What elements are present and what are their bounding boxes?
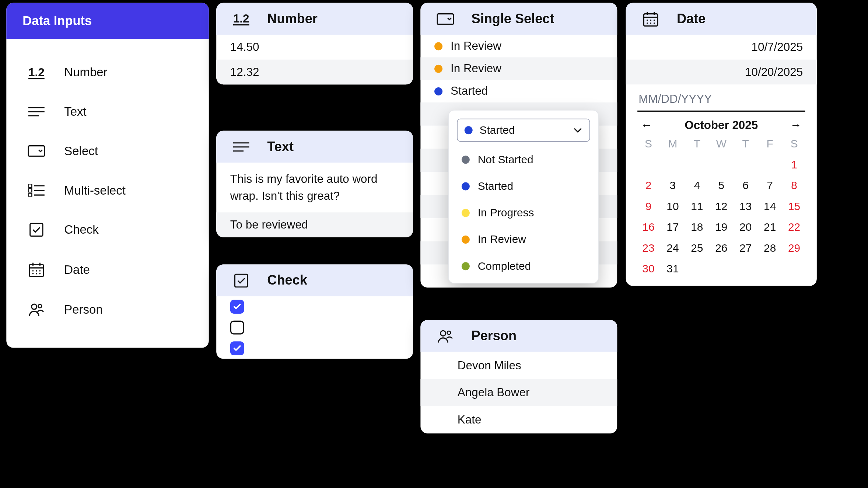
svg-point-20 <box>39 273 41 275</box>
date-row[interactable]: 10/20/2025 <box>626 60 817 85</box>
person-row[interactable]: Kate <box>420 406 617 433</box>
dropdown-option[interactable]: Started <box>449 173 598 199</box>
person-panel-title: Person <box>472 328 517 344</box>
calendar-day[interactable]: 2 <box>636 179 661 192</box>
checkbox[interactable] <box>230 341 244 355</box>
date-input[interactable]: MM/DD/YYYY <box>637 90 805 112</box>
text-icon <box>27 107 46 117</box>
status-dot <box>462 209 470 217</box>
calendar-day[interactable]: 5 <box>709 179 734 192</box>
calendar-day[interactable]: 22 <box>782 221 806 234</box>
calendar-dow: F <box>758 138 782 151</box>
calendar-day[interactable]: 28 <box>758 242 782 255</box>
calendar-empty <box>685 158 709 171</box>
calendar-dow: T <box>685 138 709 151</box>
select-panel-header: Single Select <box>420 3 617 35</box>
check-panel-header: Check <box>216 264 413 296</box>
calendar-day[interactable]: 29 <box>782 242 806 255</box>
person-row[interactable]: Angela Bower <box>420 379 617 406</box>
select-panel-title: Single Select <box>472 11 554 27</box>
svg-point-22 <box>38 304 42 308</box>
calendar-day[interactable]: 13 <box>734 200 758 213</box>
calendar-day[interactable]: 11 <box>685 200 709 213</box>
dropdown-option[interactable]: Completed <box>449 253 598 279</box>
calendar-nav: ← October 2025 → <box>626 114 817 137</box>
date-row[interactable]: 10/7/2025 <box>626 35 817 60</box>
text-row[interactable]: To be reviewed <box>216 212 413 237</box>
calendar-day[interactable]: 15 <box>782 200 806 213</box>
calendar-day[interactable]: 12 <box>709 200 734 213</box>
dropdown-option[interactable]: In Review <box>449 226 598 253</box>
checkbox[interactable] <box>230 300 244 314</box>
calendar-empty <box>636 158 661 171</box>
calendar-day[interactable]: 14 <box>758 200 782 213</box>
calendar-day[interactable]: 18 <box>685 221 709 234</box>
status-dot <box>465 126 473 134</box>
calendar-day[interactable]: 3 <box>661 179 685 192</box>
sidebar-item-label: Text <box>64 105 86 119</box>
calendar-day[interactable]: 19 <box>709 221 734 234</box>
svg-point-34 <box>647 19 648 21</box>
sidebar-item-date[interactable]: Date <box>6 250 209 290</box>
svg-rect-26 <box>235 274 248 287</box>
calendar-day[interactable]: 20 <box>734 221 758 234</box>
status-dot <box>462 156 470 164</box>
number-icon: 1.2 <box>231 12 251 25</box>
status-dot <box>462 182 470 191</box>
dropdown-option[interactable]: Not Started <box>449 146 598 173</box>
calendar-day[interactable]: 6 <box>734 179 758 192</box>
sidebar-item-text[interactable]: Text <box>6 92 209 132</box>
svg-point-16 <box>36 270 37 272</box>
select-row[interactable]: In Review <box>420 57 617 80</box>
text-row[interactable]: This is my favorite auto word wrap. Isn'… <box>216 163 413 212</box>
sidebar-item-multiselect[interactable]: Multi-select <box>6 171 209 210</box>
calendar-day[interactable]: 31 <box>661 263 685 276</box>
calendar-day[interactable]: 21 <box>758 221 782 234</box>
calendar-day[interactable]: 26 <box>709 242 734 255</box>
calendar-day[interactable]: 23 <box>636 242 661 255</box>
check-panel: Check <box>216 264 413 359</box>
check-row[interactable] <box>216 296 413 317</box>
calendar-month-label: October 2025 <box>685 119 758 132</box>
sidebar-item-select[interactable]: Select <box>6 131 209 171</box>
date-panel: Date 10/7/2025 10/20/2025 MM/DD/YYYY ← O… <box>626 3 817 286</box>
calendar-empty <box>758 158 782 171</box>
calendar-day[interactable]: 17 <box>661 221 685 234</box>
dropdown-selected[interactable]: Started <box>457 119 590 142</box>
calendar-day[interactable]: 10 <box>661 200 685 213</box>
calendar-day[interactable]: 8 <box>782 179 806 192</box>
sidebar-item-label: Number <box>64 65 107 79</box>
calendar-grid: SMTWTFS123456789101112131415161718192021… <box>626 138 817 286</box>
calendar-day[interactable]: 9 <box>636 200 661 213</box>
select-row[interactable]: In Review <box>420 35 617 57</box>
calendar-day[interactable]: 4 <box>685 179 709 192</box>
calendar-icon <box>641 11 661 27</box>
calendar-day[interactable]: 27 <box>734 242 758 255</box>
number-row[interactable]: 14.50 <box>216 35 413 60</box>
check-row[interactable] <box>216 317 413 338</box>
person-panel-header: Person <box>420 320 617 352</box>
calendar-day[interactable]: 1 <box>782 158 806 171</box>
next-month-button[interactable]: → <box>790 119 802 132</box>
svg-rect-4 <box>28 184 32 187</box>
calendar-day[interactable]: 7 <box>758 179 782 192</box>
prev-month-button[interactable]: ← <box>641 119 652 132</box>
calendar-day[interactable]: 24 <box>661 242 685 255</box>
dropdown-option[interactable]: In Progress <box>449 200 598 226</box>
person-panel: Person Devon Miles Angela Bower Kate <box>420 320 617 433</box>
calendar-empty <box>709 158 734 171</box>
sidebar-item-check[interactable]: Check <box>6 210 209 250</box>
sidebar-item-number[interactable]: 1.2 Number <box>6 53 209 92</box>
sidebar-item-person[interactable]: Person <box>6 290 209 330</box>
number-row[interactable]: 12.32 <box>216 60 413 85</box>
status-dot <box>434 42 442 50</box>
check-row[interactable] <box>216 338 413 359</box>
person-row[interactable]: Devon Miles <box>420 352 617 379</box>
calendar-day[interactable]: 16 <box>636 221 661 234</box>
status-dot <box>462 236 470 244</box>
checkbox[interactable] <box>230 321 244 335</box>
calendar-day[interactable]: 30 <box>636 263 661 276</box>
select-row[interactable]: Started <box>420 80 617 102</box>
sidebar-list: 1.2 Number Text Select Multi-select <box>6 39 209 348</box>
calendar-day[interactable]: 25 <box>685 242 709 255</box>
